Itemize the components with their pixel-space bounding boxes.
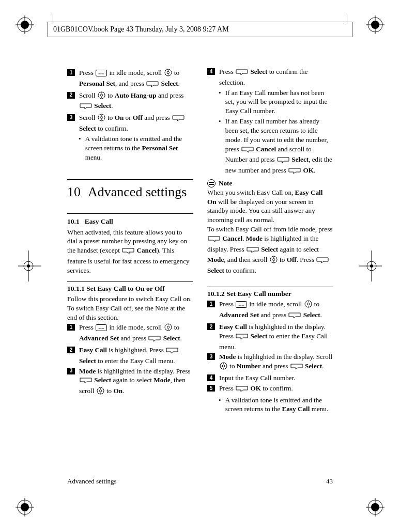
step-text: Scroll to Auto Hang-up and press Select. <box>79 91 193 113</box>
svg-point-27 <box>167 71 169 73</box>
softkey-left-icon <box>276 157 290 166</box>
bullet-text: A validation tone is emitted and the scr… <box>225 396 333 414</box>
svg-point-36 <box>101 115 102 116</box>
svg-point-35 <box>100 117 102 119</box>
softkey-left-icon <box>165 347 179 356</box>
softkey-left-icon <box>290 363 303 372</box>
svg-text:menu: menu <box>239 304 245 306</box>
softkey-left-icon <box>288 167 301 177</box>
paragraph: When activated, this feature allows you … <box>67 228 193 275</box>
svg-point-42 <box>167 325 168 326</box>
step-item: 4 Input the Easy Call number. <box>207 373 333 383</box>
step-text: Input the Easy Call number. <box>219 373 333 383</box>
subsubsection-heading: 10.1.2 Set Easy Call number <box>207 287 333 299</box>
step-number: 1 <box>67 324 75 331</box>
subsection-number: 10.1 <box>67 217 80 226</box>
nav-key-icon <box>97 91 106 102</box>
footer-page-number: 43 <box>326 477 333 486</box>
step-text: Mode is highlighted in the display. Scro… <box>219 352 333 372</box>
crop-header-text: 01GB01COV.book Page 43 Thursday, July 3,… <box>53 25 229 34</box>
svg-text:menu: menu <box>99 327 105 330</box>
reg-mark-icon <box>16 498 34 517</box>
step-text: Press menu in idle mode, scroll to Advan… <box>219 300 333 321</box>
svg-text:menu: menu <box>99 72 105 75</box>
menu-key-icon: menu <box>95 324 107 334</box>
svg-point-55 <box>307 303 309 305</box>
reg-mark-icon <box>16 15 34 34</box>
svg-point-47 <box>100 393 101 394</box>
step-list: 1 Press menu in idle mode, scroll to Per… <box>67 68 193 162</box>
softkey-left-icon <box>79 377 93 386</box>
document-page: 01GB01COV.book Page 43 Thursday, July 3,… <box>0 0 400 532</box>
menu-key-icon: menu <box>95 70 107 79</box>
step-item: 4 Press Select to confirm the selection. <box>207 67 333 87</box>
softkey-left-icon <box>146 81 159 90</box>
step-text: Press menu in idle mode, scroll to Perso… <box>79 68 193 90</box>
note-heading: Note <box>207 179 333 188</box>
softkey-right-icon <box>241 146 254 155</box>
step-number: 3 <box>67 368 75 374</box>
note-label: Note <box>219 179 232 188</box>
step-number: 4 <box>207 68 215 75</box>
svg-point-37 <box>101 119 102 120</box>
svg-point-31 <box>100 94 102 96</box>
svg-point-59 <box>222 365 224 367</box>
softkey-left-icon <box>235 69 249 78</box>
subsection-title: Easy Call <box>85 217 113 226</box>
reg-mark-icon <box>366 498 384 517</box>
step-item: 3 Mode is highlighted in the display. Pr… <box>67 367 193 397</box>
crop-mark-icon <box>0 251 41 281</box>
svg-point-50 <box>273 257 274 258</box>
step-item: 1 Press menu in idle mode, scroll to Adv… <box>67 323 193 345</box>
page-content: 1 Press menu in idle mode, scroll to Per… <box>67 67 333 480</box>
bullet-text: A validation tone is emitted and the scr… <box>85 134 193 162</box>
step-item: 1 Press menu in idle mode, scroll to Adv… <box>207 300 333 321</box>
bullet-text: If an Easy call number has already been … <box>225 117 333 177</box>
note-body: To switch Easy Call off from idle mode, … <box>207 225 333 275</box>
bullet-text: If an Easy Call number has not been set,… <box>225 88 333 116</box>
step-number: 1 <box>207 301 215 307</box>
nav-key-icon <box>269 256 278 266</box>
step-number: 2 <box>207 323 215 330</box>
softkey-left-icon <box>235 333 249 342</box>
nav-key-icon <box>219 362 228 372</box>
step-number: 5 <box>207 385 215 392</box>
step-number: 3 <box>67 114 75 121</box>
step-item: 2 Easy Call is highlighted in the displa… <box>207 322 333 351</box>
bullet-item: • A validation tone is emitted and the s… <box>67 134 193 162</box>
svg-point-46 <box>100 388 101 389</box>
svg-point-19 <box>27 264 30 268</box>
step-item: 3 Scroll to On or Off and press Select t… <box>67 113 193 133</box>
bullet-item: • If an Easy call number has already bee… <box>207 117 333 177</box>
softkey-left-icon <box>246 246 259 256</box>
softkey-right-icon <box>207 236 221 245</box>
step-text: Easy Call is highlighted in the display.… <box>219 322 333 351</box>
step-item: 5 Press OK to confirm. <box>207 384 333 395</box>
step-text: Press Select to confirm the selection. <box>219 67 333 87</box>
section-number: 10 <box>67 183 81 201</box>
svg-point-23 <box>370 264 373 268</box>
svg-point-32 <box>101 92 102 93</box>
step-text: Easy Call is highlighted. Press Select t… <box>79 346 193 366</box>
note-icon <box>207 179 216 187</box>
crop-mark-icon <box>359 251 400 281</box>
paragraph: Follow this procedure to switch Easy Cal… <box>67 294 193 322</box>
svg-point-60 <box>223 363 224 364</box>
softkey-left-icon <box>316 257 329 266</box>
step-item: 2 Scroll to Auto Hang-up and press Selec… <box>67 91 193 113</box>
svg-point-51 <box>273 262 274 263</box>
step-item: 3 Mode is highlighted in the display. Sc… <box>207 352 333 372</box>
svg-point-49 <box>272 259 274 261</box>
bullet-item: • If an Easy Call number has not been se… <box>207 88 333 116</box>
section-title: Advanced settings <box>88 183 187 201</box>
svg-point-57 <box>307 306 309 307</box>
softkey-left-icon <box>148 335 161 345</box>
step-text: Mode is highlighted in the display. Pres… <box>79 367 193 397</box>
subsubsection-heading: 10.1.1 Set Easy Call to On or Off <box>67 281 193 293</box>
step-text: Press menu in idle mode, scroll to Advan… <box>79 323 193 345</box>
svg-point-61 <box>223 368 224 369</box>
step-number: 3 <box>207 353 215 360</box>
softkey-right-icon <box>121 247 135 257</box>
svg-point-45 <box>99 390 101 392</box>
note-body: When you switch Easy Call on, Easy Call … <box>207 188 333 225</box>
